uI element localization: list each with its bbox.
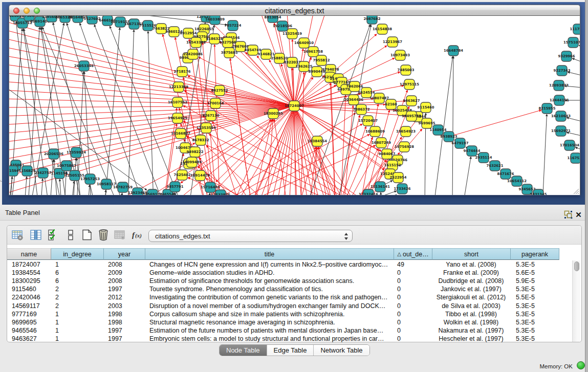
edge[interactable] xyxy=(110,26,182,195)
edge[interactable] xyxy=(229,48,262,195)
edge[interactable] xyxy=(128,30,134,195)
node-8215955[interactable]: 8215955 xyxy=(538,103,555,114)
edge[interactable] xyxy=(328,115,360,195)
edge[interactable] xyxy=(121,193,122,195)
node-16210643[interactable]: 16210643 xyxy=(551,111,571,121)
node-15692971[interactable]: 15692971 xyxy=(551,126,571,136)
edge[interactable] xyxy=(386,194,397,195)
node-1527602[interactable]: 1527602 xyxy=(83,16,100,24)
edge[interactable] xyxy=(128,124,362,195)
column-header-in_degree[interactable]: in_degree xyxy=(51,248,104,260)
node-2087682[interactable]: 2087682 xyxy=(363,16,380,24)
edge[interactable] xyxy=(463,157,471,195)
select-columns-icon[interactable] xyxy=(47,229,59,241)
node-1167531[interactable]: 1167531 xyxy=(567,153,580,163)
svg-text:20364436: 20364436 xyxy=(344,98,363,102)
edge[interactable] xyxy=(9,64,294,106)
zoom-window-button[interactable] xyxy=(34,8,40,14)
node-12213369[interactable]: 12213369 xyxy=(169,82,188,92)
new-column-icon[interactable] xyxy=(81,229,93,241)
tab-node-table[interactable]: Node Table xyxy=(220,345,267,356)
table-options-icon[interactable] xyxy=(11,229,24,241)
edge[interactable] xyxy=(381,192,382,195)
edge[interactable] xyxy=(88,185,90,195)
node-16154838[interactable]: 16154838 xyxy=(373,24,392,34)
edge[interactable] xyxy=(60,179,61,195)
memory-status-indicator[interactable] xyxy=(577,361,585,369)
node-12093873[interactable]: 12093873 xyxy=(549,80,569,91)
edge[interactable] xyxy=(9,106,294,134)
node-16648784[interactable]: 16648784 xyxy=(444,46,463,56)
edge[interactable] xyxy=(209,193,210,195)
edge[interactable] xyxy=(9,20,294,106)
node-9115460[interactable]: 9115460 xyxy=(417,102,434,113)
scrollbar-thumb[interactable] xyxy=(574,261,579,271)
close-window-button[interactable] xyxy=(13,8,19,14)
node-62160[interactable]: 62160 xyxy=(385,99,397,110)
window-titlebar[interactable]: citations_edges.txt xyxy=(9,5,580,16)
tab-network-table[interactable]: Network Table xyxy=(314,345,369,356)
edge[interactable] xyxy=(572,58,580,64)
network-canvas[interactable]: 2620610140557121875646220691406159560961… xyxy=(9,16,580,195)
node-7632621[interactable]: 7632621 xyxy=(486,161,503,171)
edge[interactable] xyxy=(9,106,294,142)
node-7857224[interactable]: 7857224 xyxy=(224,20,241,31)
edge[interactable] xyxy=(41,179,42,195)
column-header-short[interactable]: short xyxy=(432,248,511,260)
node-7485003[interactable]: 7485003 xyxy=(397,65,414,75)
node-10973493[interactable]: 10973493 xyxy=(390,50,410,60)
network-view-window: 2620610140557121875646220691406159560961… xyxy=(9,5,580,195)
node-9227343[interactable]: 9227343 xyxy=(553,65,570,76)
table-vertical-scrollbar[interactable] xyxy=(572,260,580,342)
window-resize-grip-icon[interactable] xyxy=(572,187,579,194)
node-12213967[interactable]: 12213967 xyxy=(383,37,402,47)
edge[interactable] xyxy=(542,114,547,195)
edge[interactable] xyxy=(216,106,294,182)
cell-short: de Silva et al. (2003) xyxy=(432,302,510,310)
close-panel-icon[interactable]: ✕ xyxy=(575,210,582,219)
cell-title: Estimation of significance thresholds fo… xyxy=(149,277,393,285)
function-builder-icon[interactable]: f (x) xyxy=(131,229,143,241)
node-12975115[interactable]: 12975115 xyxy=(400,79,419,90)
svg-text:18226055: 18226055 xyxy=(194,27,214,31)
node-9463627[interactable]: 9463627 xyxy=(403,96,420,106)
node-1117556[interactable]: 1117556 xyxy=(570,24,580,34)
column-header-name[interactable]: name xyxy=(7,248,51,260)
column-header-year[interactable]: year xyxy=(104,248,145,260)
float-panel-icon[interactable] xyxy=(564,210,573,219)
row-height-icon[interactable] xyxy=(64,229,77,241)
delete-columns-icon[interactable] xyxy=(97,229,110,241)
column-header-pagerank[interactable]: pagerank xyxy=(511,248,559,260)
edge[interactable] xyxy=(128,145,376,195)
edge[interactable] xyxy=(449,110,541,137)
edge[interactable] xyxy=(579,45,580,49)
tab-edge-table[interactable]: Edge Table xyxy=(267,345,314,356)
node-20206536[interactable]: 20206536 xyxy=(44,149,63,159)
edge[interactable] xyxy=(294,106,397,111)
edge[interactable] xyxy=(452,56,453,195)
edge[interactable] xyxy=(9,29,294,106)
collapsed-panel-grip-icon[interactable]: ⌞ xyxy=(0,177,2,183)
node-19654923[interactable]: 19654923 xyxy=(396,126,416,137)
edge[interactable] xyxy=(575,147,580,151)
node-16807249[interactable]: 16807249 xyxy=(372,138,391,148)
show-columns-icon[interactable] xyxy=(30,229,42,241)
edge[interactable] xyxy=(9,106,294,125)
node-26053346[interactable]: 26053346 xyxy=(74,61,94,71)
edge[interactable] xyxy=(104,190,106,195)
node-15751074[interactable]: 15751074 xyxy=(563,37,580,48)
column-header-title[interactable]: title xyxy=(145,248,394,260)
node-12444151[interactable]: 12444151 xyxy=(550,95,569,105)
node-9329966[interactable]: 9329966 xyxy=(558,51,575,61)
node-17359924[interactable]: 17359924 xyxy=(67,147,86,158)
column-header-out_de[interactable]: △out_de… xyxy=(394,248,432,260)
edge[interactable] xyxy=(42,27,118,195)
minimize-window-button[interactable] xyxy=(24,8,30,14)
node-16107552[interactable]: 16107552 xyxy=(168,97,187,107)
node-2718176[interactable]: 2718176 xyxy=(173,67,190,77)
network-table-select[interactable]: citations_edges.txt xyxy=(148,230,353,242)
node-1733426[interactable]: 1733426 xyxy=(394,184,410,194)
edge[interactable] xyxy=(215,106,294,195)
node-17016504[interactable]: 17016504 xyxy=(560,140,579,150)
node-16033809[interactable]: 16033809 xyxy=(205,16,225,25)
